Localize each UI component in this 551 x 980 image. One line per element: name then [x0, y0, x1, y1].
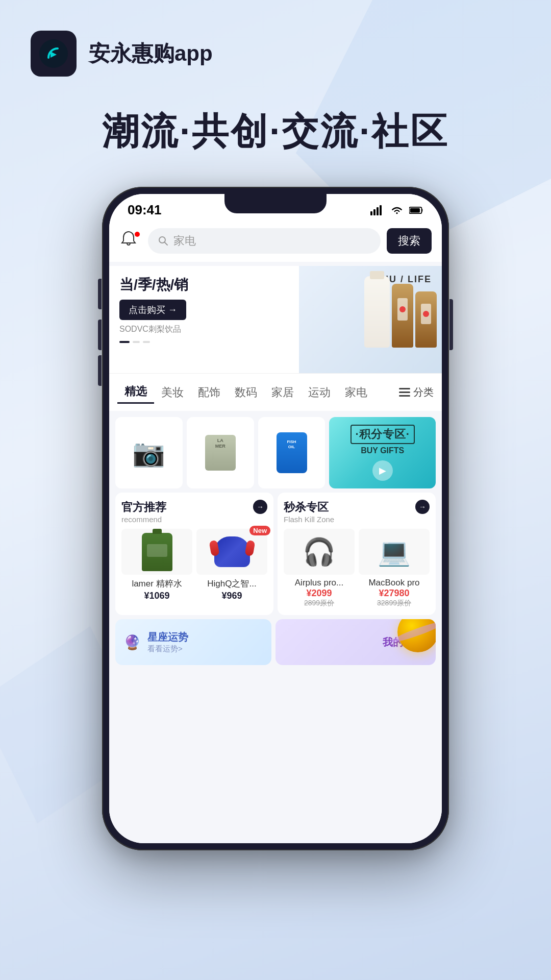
horoscope-sub: 看看运势> — [147, 644, 263, 654]
fishoil-product: FISHOIL — [277, 432, 307, 473]
macbook-img-wrap: 💻 — [359, 529, 430, 575]
horoscope-title: 星座运势 — [147, 630, 263, 644]
tagline: 潮流·共创·交流·社区 — [0, 87, 551, 187]
battery-icon — [409, 205, 423, 215]
points-section[interactable]: ·积分专区· BUY GIFTS ▶ — [329, 417, 436, 488]
airpods-orig-price: 2899原价 — [304, 599, 334, 608]
app-logo — [31, 31, 77, 77]
bottom-sections: 🔮 星座运势 看看运势> 我的星球 — [109, 619, 442, 671]
highq-price: ¥969 — [221, 591, 242, 601]
points-title: ·积分专区· — [350, 425, 415, 444]
product-airpods[interactable]: 🎧 Airplus pro... ¥2099 2899原价 — [284, 529, 355, 608]
flash-arrow[interactable]: → — [415, 500, 430, 514]
cat-tab-accessories[interactable]: 配饰 — [191, 382, 228, 403]
product-lamer[interactable]: lamer 精粹水 ¥1069 — [121, 529, 192, 601]
points-subtitle: BUY GIFTS — [361, 446, 404, 455]
svg-rect-3 — [377, 207, 379, 215]
official-title-block: 官方推荐 recommend — [121, 500, 166, 524]
official-title-cn: 官方推荐 — [121, 500, 166, 515]
featured-section: 📷 LAMER — [109, 411, 442, 488]
flash-title-en: Flash Kill Zone — [284, 515, 334, 524]
featured-lamer[interactable]: LAMER — [187, 417, 254, 488]
menu-icon — [399, 388, 410, 397]
flash-title-cn: 秒杀专区 — [284, 500, 334, 515]
more-label: 分类 — [413, 385, 434, 399]
svg-rect-4 — [380, 205, 382, 215]
cat-tab-appliances[interactable]: 家电 — [338, 382, 374, 403]
banner-buy-button[interactable]: 点击购买 → — [119, 300, 186, 320]
macbook-icon: 💻 — [378, 536, 411, 568]
airpods-name: Airplus pro... — [284, 578, 355, 588]
flash-title-block: 秒杀专区 Flash Kill Zone — [284, 500, 334, 524]
flash-kill-card: 秒杀专区 Flash Kill Zone → 🎧 Airpl — [278, 493, 436, 615]
myplanet-card[interactable]: 我的星球 — [276, 619, 436, 665]
search-bar: 家电 搜索 — [109, 222, 442, 262]
featured-grid: 📷 LAMER — [115, 417, 436, 488]
lamer-price: ¥1069 — [144, 591, 169, 601]
lamer-name: lamer 精粹水 — [121, 578, 192, 590]
notification-bell[interactable] — [119, 230, 142, 252]
category-more[interactable]: 分类 — [399, 385, 434, 399]
official-arrow[interactable]: → — [253, 500, 267, 514]
dot-1 — [133, 341, 140, 343]
svg-rect-6 — [410, 208, 420, 212]
svg-rect-2 — [373, 209, 375, 215]
phone-frame: 09:41 — [102, 187, 449, 850]
banner-bottles — [364, 276, 437, 348]
cat-tab-featured[interactable]: 精选 — [117, 381, 154, 404]
search-icon — [158, 236, 168, 246]
banner: NU / LIFE — [109, 266, 442, 373]
app-header: 安永惠购app — [0, 0, 551, 87]
search-button[interactable]: 搜索 — [387, 228, 432, 254]
camera-icon: 📷 — [132, 437, 165, 469]
horoscope-icon: 🔮 — [123, 634, 141, 651]
highq-new-badge: New — [249, 526, 270, 535]
airpods-icon: 🎧 — [303, 536, 336, 568]
status-icons — [370, 205, 423, 215]
phone-notch — [224, 194, 327, 213]
flash-products: 🎧 Airplus pro... ¥2099 2899原价 💻 — [284, 529, 430, 608]
lamer-product: LAMER — [205, 435, 236, 471]
featured-camera[interactable]: 📷 — [115, 417, 183, 488]
search-input-area[interactable]: 家电 — [148, 228, 381, 254]
search-placeholder: 家电 — [173, 233, 196, 249]
category-tabs: 精选 美妆 配饰 数码 家居 运动 家电 分类 — [109, 373, 442, 411]
planet-decoration — [397, 619, 436, 652]
svg-rect-1 — [370, 211, 372, 215]
svg-rect-9 — [399, 391, 410, 393]
app-name: 安永惠购app — [89, 39, 213, 68]
product-highq[interactable]: New HighQ之智... ¥969 — [196, 529, 267, 601]
macbook-sale-price: ¥27980 — [379, 588, 409, 599]
svg-rect-8 — [399, 388, 410, 389]
macbook-name: MacBook pro — [359, 578, 430, 588]
flash-header: 秒杀专区 Flash Kill Zone → — [284, 500, 430, 524]
svg-rect-10 — [399, 395, 410, 397]
horoscope-card[interactable]: 🔮 星座运势 看看运势> — [115, 619, 271, 665]
wifi-icon — [390, 205, 404, 215]
official-header: 官方推荐 recommend → — [121, 500, 267, 524]
status-time: 09:41 — [128, 202, 162, 218]
cat-tab-home[interactable]: 家居 — [264, 382, 301, 403]
svg-point-7 — [159, 237, 165, 243]
horoscope-text: 星座运势 看看运势> — [147, 630, 263, 654]
main-content: 📷 LAMER — [109, 411, 442, 843]
lamer-img-wrap — [121, 529, 192, 575]
official-title-en: recommend — [121, 515, 166, 524]
cat-tab-digital[interactable]: 数码 — [228, 382, 264, 403]
dot-active — [119, 341, 130, 343]
macbook-orig-price: 32899原价 — [377, 599, 411, 608]
featured-fishoil[interactable]: FISHOIL — [258, 417, 325, 488]
dot-2 — [143, 341, 150, 343]
phone-container: 09:41 — [0, 187, 551, 850]
product-sections: 官方推荐 recommend → — [109, 488, 442, 619]
points-circle: ▶ — [372, 460, 393, 481]
signal-icon — [370, 205, 385, 215]
highq-img-wrap: New — [196, 529, 267, 575]
airpods-sale-price: ¥2099 — [306, 588, 332, 599]
product-macbook[interactable]: 💻 MacBook pro ¥27980 32899原价 — [359, 529, 430, 608]
highq-name: HighQ之智... — [196, 578, 267, 590]
cat-tab-sports[interactable]: 运动 — [301, 382, 338, 403]
official-recommend-card: 官方推荐 recommend → — [115, 493, 273, 615]
official-products: lamer 精粹水 ¥1069 — [121, 529, 267, 601]
cat-tab-beauty[interactable]: 美妆 — [154, 382, 191, 403]
